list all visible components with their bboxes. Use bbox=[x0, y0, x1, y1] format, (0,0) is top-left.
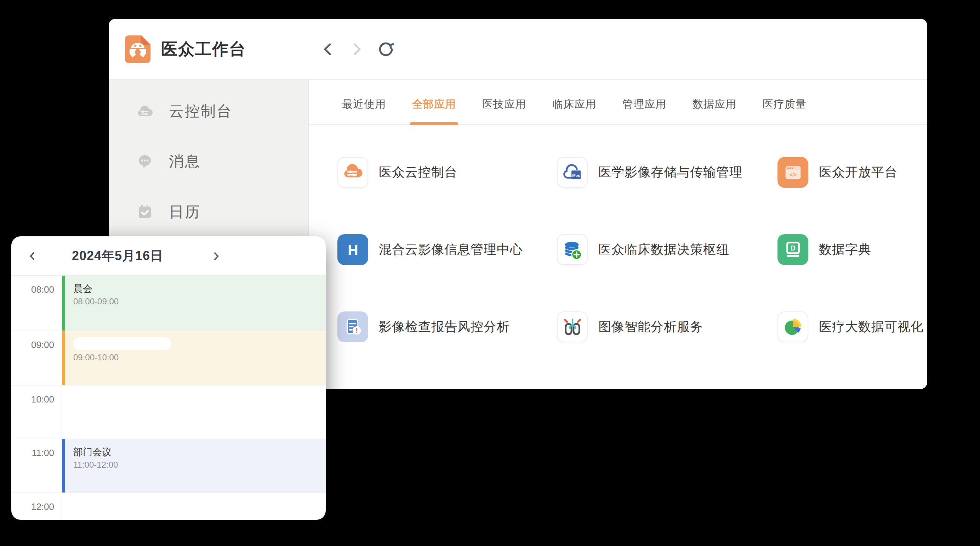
sidebar-item-messages[interactable]: 消息 bbox=[109, 145, 308, 179]
time-slot[interactable]: 晨会 08:00-09:00 bbox=[62, 276, 326, 330]
content-area: 最近使用 全部应用 医技应用 临床应用 管理应用 数据应用 医疗质量 bbox=[309, 80, 927, 388]
tab-management[interactable]: 管理应用 bbox=[622, 97, 666, 116]
letter-h-icon: H bbox=[337, 234, 368, 265]
calendar-day-grid: 08:00 晨会 08:00-09:00 09:00 09:00-10:00 bbox=[11, 276, 326, 520]
event-title-redacted-pill bbox=[73, 337, 171, 350]
app-big-data-visualization[interactable]: 医疗大数据可视化 bbox=[778, 311, 927, 342]
event-title: 晨会 bbox=[73, 283, 326, 294]
chevron-right-icon bbox=[211, 251, 221, 262]
svg-text:!: ! bbox=[355, 327, 358, 334]
app-image-ai-analysis[interactable]: 图像智能分析服务 bbox=[557, 311, 778, 342]
code-window-icon: </> bbox=[778, 157, 808, 188]
calendar-panel: 2024年5月16日 08:00 晨会 08:00-09:00 bbox=[11, 236, 326, 520]
event-time-range: 08:00-09:00 bbox=[73, 297, 326, 307]
window-title: 医众工作台 bbox=[161, 38, 246, 60]
tab-clinical[interactable]: 临床应用 bbox=[552, 97, 596, 116]
time-slot[interactable]: 部门会议 11:00-12:00 bbox=[62, 439, 326, 492]
forward-button[interactable] bbox=[349, 41, 365, 57]
svg-text:Mos: Mos bbox=[572, 173, 580, 177]
database-plus-icon bbox=[557, 234, 588, 265]
app-label: 医学影像存储与传输管理 bbox=[598, 164, 743, 181]
active-tab-underline bbox=[410, 122, 458, 125]
app-label: 影像检查报告风控分析 bbox=[379, 318, 510, 335]
event-time-range: 09:00-10:00 bbox=[73, 353, 326, 362]
tab-bar: 最近使用 全部应用 医技应用 临床应用 管理应用 数据应用 医疗质量 bbox=[309, 80, 927, 125]
calendar-row-1100: 11:00 部门会议 11:00-12:00 bbox=[11, 439, 326, 492]
report-alert-icon: ! bbox=[337, 311, 368, 342]
tab-medtech[interactable]: 医技应用 bbox=[482, 97, 526, 116]
app-grid: 医众云控制台 Mos 医学影像存储与传输管理 bbox=[309, 125, 927, 342]
message-bubble-icon bbox=[136, 153, 153, 170]
chevron-left-icon bbox=[320, 42, 336, 57]
app-label: 图像智能分析服务 bbox=[598, 318, 703, 335]
chevron-right-icon bbox=[349, 42, 365, 57]
time-slot[interactable] bbox=[62, 412, 326, 439]
calendar-row-0800: 08:00 晨会 08:00-09:00 bbox=[11, 276, 326, 330]
chevron-left-icon bbox=[27, 251, 38, 262]
app-hybrid-cloud-imaging[interactable]: H 混合云影像信息管理中心 bbox=[337, 234, 557, 265]
calendar-date-label: 2024年5月16日 bbox=[54, 236, 181, 276]
event-accent-bar bbox=[62, 276, 65, 330]
sidebar-item-label: 日历 bbox=[169, 202, 201, 222]
app-cloud-console[interactable]: 医众云控制台 bbox=[337, 157, 557, 188]
calendar-row-0900: 09:00 09:00-10:00 bbox=[11, 330, 326, 385]
sidebar-item-label: 云控制台 bbox=[169, 101, 232, 121]
time-label: 09:00 bbox=[11, 331, 62, 385]
cloud-mos-icon: Mos bbox=[557, 157, 588, 188]
time-slot[interactable]: 09:00-10:00 bbox=[62, 331, 326, 385]
event-department-meeting[interactable]: 部门会议 11:00-12:00 bbox=[62, 439, 326, 492]
event-accent-bar bbox=[62, 331, 65, 385]
window-header: 医众工作台 bbox=[109, 19, 927, 80]
tab-all-apps[interactable]: 全部应用 bbox=[412, 97, 456, 116]
calendar-header: 2024年5月16日 bbox=[11, 236, 326, 276]
event-title: 部门会议 bbox=[73, 447, 326, 457]
app-report-risk-analysis[interactable]: ! 影像检查报告风控分析 bbox=[337, 311, 557, 342]
app-label: 医疗大数据可视化 bbox=[819, 318, 924, 335]
app-open-platform[interactable]: </> 医众开放平台 bbox=[778, 157, 927, 188]
app-clinical-data-hub[interactable]: 医众临床数据决策枢纽 bbox=[557, 234, 778, 265]
sidebar-item-label: 消息 bbox=[169, 152, 201, 171]
calendar-row-1200: 12:00 bbox=[11, 492, 326, 520]
calendar-prev-day-button[interactable] bbox=[22, 236, 43, 276]
app-label: 混合云影像信息管理中心 bbox=[379, 241, 523, 258]
dictionary-book-icon: D bbox=[778, 234, 808, 265]
tab-data[interactable]: 数据应用 bbox=[692, 97, 737, 116]
time-slot[interactable] bbox=[62, 493, 326, 520]
event-redacted[interactable]: 09:00-10:00 bbox=[62, 331, 326, 385]
refresh-button[interactable] bbox=[378, 41, 394, 57]
calendar-row-1030 bbox=[11, 412, 326, 439]
pie-chart-icon bbox=[778, 311, 808, 342]
lungs-icon bbox=[557, 311, 588, 342]
time-label: 10:00 bbox=[11, 385, 62, 412]
calendar-next-day-button[interactable] bbox=[205, 236, 227, 276]
refresh-icon bbox=[378, 41, 394, 57]
app-label: 医众临床数据决策枢纽 bbox=[598, 241, 729, 258]
nav-group bbox=[320, 41, 394, 57]
event-accent-bar bbox=[62, 439, 65, 492]
app-label: 医众云控制台 bbox=[379, 164, 457, 181]
app-data-dictionary[interactable]: D 数据字典 bbox=[778, 234, 927, 265]
cloud-settings-icon bbox=[136, 103, 153, 120]
event-morning-meeting[interactable]: 晨会 08:00-09:00 bbox=[62, 276, 326, 330]
time-label bbox=[11, 412, 62, 439]
cloud-settings-icon bbox=[337, 157, 368, 188]
time-label: 12:00 bbox=[11, 493, 62, 520]
app-label: 医众开放平台 bbox=[819, 164, 897, 181]
time-slot[interactable] bbox=[62, 385, 326, 412]
app-logo-icon bbox=[125, 35, 151, 63]
back-button[interactable] bbox=[320, 41, 336, 57]
desktop-background: 医众工作台 bbox=[0, 0, 980, 546]
tab-quality[interactable]: 医疗质量 bbox=[763, 97, 807, 116]
sidebar-item-cloud-console[interactable]: 云控制台 bbox=[109, 94, 308, 128]
svg-text:H: H bbox=[348, 242, 358, 258]
app-label: 数据字典 bbox=[819, 241, 871, 258]
event-time-range: 11:00-12:00 bbox=[73, 460, 326, 470]
time-label: 08:00 bbox=[11, 276, 62, 330]
sidebar-item-calendar[interactable]: 日历 bbox=[109, 195, 308, 229]
calendar-row-1000: 10:00 bbox=[11, 385, 326, 412]
tab-recent[interactable]: 最近使用 bbox=[342, 97, 386, 116]
app-image-storage[interactable]: Mos 医学影像存储与传输管理 bbox=[557, 157, 778, 188]
tab-label: 全部应用 bbox=[412, 98, 456, 110]
svg-text:D: D bbox=[791, 244, 795, 252]
svg-text:</>: </> bbox=[789, 171, 797, 177]
